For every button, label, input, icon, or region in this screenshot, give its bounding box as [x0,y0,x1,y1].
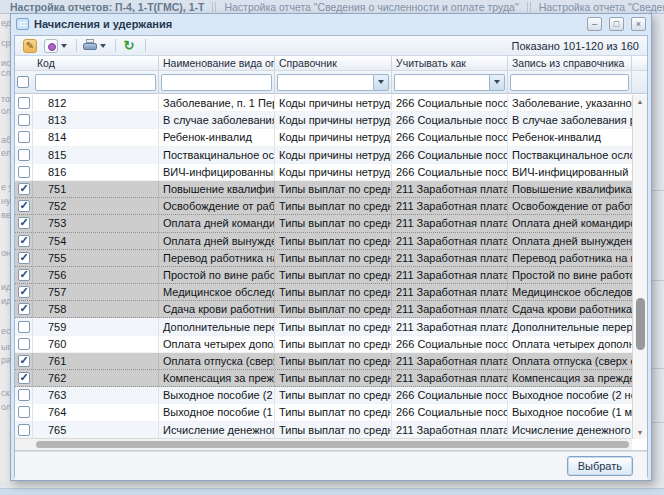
row-cell-code: 758 [33,301,159,317]
actions-menu-button[interactable] [42,37,69,54]
row-checkbox[interactable] [18,166,30,178]
row-checkbox[interactable] [18,406,30,418]
row-checkbox-cell [15,129,33,145]
vertical-scroll-thumb[interactable] [636,298,645,350]
table-row[interactable]: 754Оплата дней вынужденн...Типы выплат п… [15,233,632,250]
row-cell-ref: Коды причины нетрудос... [275,147,392,163]
row-checkbox[interactable] [18,286,30,298]
row-checkbox[interactable] [18,149,30,161]
table-row[interactable]: 760Оплата четырех дополни...Типы выплат … [15,336,632,353]
row-checkbox[interactable] [18,355,30,367]
row-cell-ref: Коды причины нетрудос... [275,129,392,145]
close-button[interactable]: × [631,17,646,31]
row-cell-name: Оплата дней командиров... [159,215,275,231]
row-checkbox[interactable] [18,321,30,333]
row-cell-code: 762 [33,370,159,386]
table-row[interactable]: 756Простой по вине работо...Типы выплат … [15,267,632,284]
combo-trigger-icon[interactable] [489,74,505,91]
row-cell-ref: Типы выплат по среднем... [275,422,392,438]
minimize-button[interactable]: – [587,17,602,31]
refresh-button[interactable]: ↻ [120,37,138,54]
column-header[interactable]: Код [33,56,159,70]
table-row[interactable]: 752Освобождение от работ...Типы выплат п… [15,198,632,215]
maximize-button[interactable]: □ [609,17,624,31]
row-checkbox[interactable] [18,217,30,229]
row-cell-entry: Оплата четырех дополни... [508,336,632,352]
grid-filter-row [15,71,647,94]
table-row[interactable]: 812Заболевание, п. 1 Переч...Коды причин… [15,95,632,112]
row-checkbox[interactable] [18,131,30,143]
print-menu-button[interactable] [81,37,108,54]
row-cell-ref: Типы выплат по среднем... [275,353,392,369]
row-checkbox[interactable] [18,338,30,350]
table-row[interactable]: 763Выходное пособие (2 не...Типы выплат … [15,387,632,404]
table-row[interactable]: 757Медицинское обследова...Типы выплат п… [15,284,632,301]
filter-combo-input[interactable] [277,74,373,91]
table-row[interactable]: 814Ребенок-инвалидКоды причины нетрудос.… [15,129,632,146]
edit-button[interactable]: ✎ [21,37,39,54]
row-checkbox[interactable] [18,269,30,281]
row-checkbox[interactable] [18,183,30,195]
scroll-down-icon[interactable]: ▼ [633,426,647,439]
background-tab[interactable]: Настройка отчета "Сведения о распределен… [533,1,664,13]
row-checkbox[interactable] [18,200,30,212]
table-row[interactable]: 751Повышение квалификац...Типы выплат по… [15,181,632,198]
background-tab[interactable]: Настройка отчета "Сведения о численности… [218,1,524,13]
select-button[interactable]: Выбрать [567,456,633,476]
window-titlebar[interactable]: Начисления и удержания – □ × [11,14,651,34]
table-row[interactable]: 753Оплата дней командиров...Типы выплат … [15,215,632,232]
vertical-scrollbar[interactable]: ▲ ▼ [632,95,647,439]
row-checkbox-cell [15,147,33,163]
table-row[interactable]: 759Дополнительные переры...Типы выплат п… [15,318,632,335]
filter-text-input[interactable] [510,74,629,91]
table-row[interactable]: 755Перевод работника на н...Типы выплат … [15,250,632,267]
table-row[interactable]: 761Оплата отпуска (сверх е...Типы выплат… [15,353,632,370]
row-checkbox-cell [15,164,33,180]
printer-icon [83,39,97,52]
column-header[interactable]: Наименование вида опла... [159,56,275,70]
table-row[interactable]: 762Компенсация за преждев...Типы выплат … [15,370,632,387]
horizontal-scroll-thumb[interactable] [36,441,629,448]
filter-combo-input[interactable] [394,74,489,91]
row-checkbox[interactable] [18,389,30,401]
row-checkbox[interactable] [18,114,30,126]
table-row[interactable]: 816ВИЧ-инфицированный р...Коды причины н… [15,164,632,181]
horizontal-scrollbar[interactable] [15,438,632,450]
row-cell-acc: 211 Заработная плата [392,422,508,438]
table-row[interactable]: 765Исчисление денежного с...Типы выплат … [15,422,632,439]
filter-cell [159,71,275,93]
row-cell-code: 813 [33,112,159,128]
row-cell-acc: 266 Социальные пособия... [392,147,508,163]
table-row[interactable]: 758Сдача крови работникам...Типы выплат … [15,301,632,318]
row-cell-entry: Простой по вине работо... [508,267,632,283]
column-header[interactable]: Справочник [275,56,392,70]
scroll-up-icon[interactable]: ▲ [633,95,647,108]
row-cell-acc: 211 Заработная плата [392,181,508,197]
row-checkbox[interactable] [18,424,30,436]
row-cell-entry: Оплата дней командиров... [508,215,632,231]
row-checkbox[interactable] [18,303,30,315]
row-checkbox-cell [15,250,33,266]
row-cell-name: Ребенок-инвалид [159,129,275,145]
background-tab[interactable]: Настройка отчетов: П-4, 1-Т(ГМС), 1-Т [4,1,210,13]
row-checkbox[interactable] [18,372,30,384]
row-checkbox[interactable] [18,252,30,264]
column-header[interactable]: Учитывать как [392,56,508,70]
table-row[interactable]: 813В случае заболевания ре...Коды причин… [15,112,632,129]
filter-text-input[interactable] [35,74,156,91]
row-cell-name: Дополнительные переры... [159,318,275,334]
row-checkbox[interactable] [18,235,30,247]
toolbar: ✎ ↻ Показано 101-120 из 160 [15,36,647,56]
row-cell-name: В случае заболевания ре... [159,112,275,128]
select-all-checkbox[interactable] [17,76,29,88]
chevron-down-icon [61,44,67,48]
row-checkbox[interactable] [18,97,30,109]
table-row[interactable]: 764Выходное пособие (1 ме...Типы выплат … [15,404,632,421]
filter-text-input[interactable] [161,74,272,91]
row-cell-ref: Типы выплат по среднем... [275,215,392,231]
combo-trigger-icon[interactable] [373,74,389,91]
table-row[interactable]: 815Поствакцинальное осло...Коды причины … [15,147,632,164]
row-checkbox-cell [15,318,33,334]
column-header[interactable]: Запись из справочника [508,56,632,70]
row-checkbox-cell [15,95,33,111]
